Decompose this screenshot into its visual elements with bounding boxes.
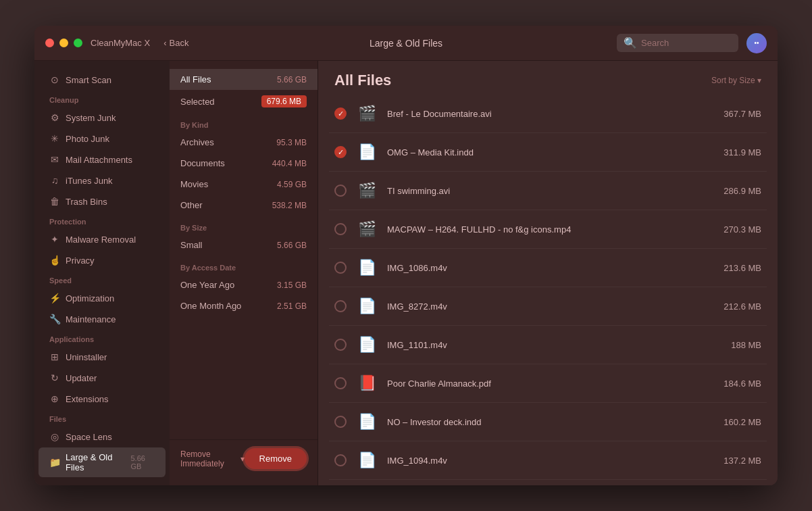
minimize-button[interactable] <box>59 39 68 47</box>
sidebar-label-maintenance: Maintenance <box>66 314 116 324</box>
filter-other[interactable]: Other 538.2 MB <box>170 195 318 216</box>
filter-movies[interactable]: Movies 4.59 GB <box>170 174 318 195</box>
remove-immediately-button[interactable]: Remove Immediately ▾ <box>180 449 245 468</box>
search-bar[interactable]: 🔍 <box>617 34 738 52</box>
file-size: 286.9 MB <box>707 186 761 196</box>
file-row[interactable]: 📄IMG_1101.m4v188 MB <box>329 326 767 364</box>
avatar-icon: •• <box>754 39 759 47</box>
close-button[interactable] <box>45 39 54 47</box>
sidebar-item-mail-attachments[interactable]: ✉ Mail Attachments <box>39 149 166 170</box>
small-size: 5.66 GB <box>277 241 307 250</box>
sidebar-item-large-old-files[interactable]: 📁 Large & Old Files 5.66 GB <box>39 447 166 477</box>
sidebar-item-malware-removal[interactable]: ✦ Malware Removal <box>39 229 166 249</box>
file-name: Bref - Le Documentaire.avi <box>387 109 699 119</box>
right-panel-title: All Files <box>334 72 391 89</box>
file-checkbox[interactable] <box>334 146 347 158</box>
filter-documents[interactable]: Documents 440.4 MB <box>170 153 318 174</box>
app-window: CleanMyMac X ‹ Back Large & Old Files 🔍 … <box>34 26 778 485</box>
file-checkbox[interactable] <box>334 377 347 389</box>
sidebar-label-smart-scan: Smart Scan <box>66 75 111 85</box>
other-label: Other <box>180 200 203 210</box>
sidebar: ⊙ Smart Scan Cleanup ⚙ System Junk ✳ Pho… <box>34 61 170 485</box>
file-type-icon: 📄 <box>355 294 379 318</box>
sidebar-item-optimization[interactable]: ⚡ Optimization <box>39 288 166 308</box>
file-size: 270.3 MB <box>707 224 761 235</box>
sidebar-item-space-lens[interactable]: ◎ Space Lens <box>39 427 166 447</box>
filter-one-month-ago[interactable]: One Month Ago 2.51 GB <box>170 295 318 316</box>
sidebar-item-trash-bins[interactable]: 🗑 Trash Bins <box>39 191 166 212</box>
file-type-icon: 📕 <box>355 371 379 395</box>
sidebar-item-shredder[interactable]: ⊠ Shredder <box>39 478 166 485</box>
maximize-button[interactable] <box>74 39 82 47</box>
sidebar-item-maintenance[interactable]: 🔧 Maintenance <box>39 309 166 329</box>
sidebar-item-photo-junk[interactable]: ✳ Photo Junk <box>39 128 166 149</box>
sort-by-size-button[interactable]: Sort by Size ▾ <box>711 76 761 85</box>
file-type-icon: 🎬 <box>355 217 379 241</box>
system-junk-icon: ⚙ <box>49 112 60 123</box>
avatar-button[interactable]: •• <box>746 33 767 53</box>
other-size: 538.2 MB <box>272 201 307 210</box>
search-input[interactable] <box>641 38 732 48</box>
file-checkbox[interactable] <box>334 185 347 197</box>
sidebar-item-system-junk[interactable]: ⚙ System Junk <box>39 107 166 128</box>
back-label: Back <box>169 38 188 48</box>
filter-one-year-ago[interactable]: One Year Ago 3.15 GB <box>170 274 318 295</box>
file-row[interactable]: 📄NO – Investor deck.indd160.2 MB <box>329 403 767 441</box>
file-row[interactable]: 📄OMG – Media Kit.indd311.9 MB <box>329 133 767 172</box>
file-size: 367.7 MB <box>707 109 761 119</box>
back-button[interactable]: ‹ Back <box>163 38 188 48</box>
file-checkbox[interactable] <box>334 339 347 351</box>
traffic-lights <box>45 39 82 47</box>
one-year-size: 3.15 GB <box>277 281 307 290</box>
one-month-label: One Month Ago <box>180 301 241 311</box>
file-checkbox[interactable] <box>334 300 347 312</box>
file-checkbox[interactable] <box>334 416 347 428</box>
back-arrow-icon: ‹ <box>163 38 166 48</box>
sidebar-label-extensions: Extensions <box>66 394 109 404</box>
archives-label: Archives <box>180 137 214 147</box>
by-kind-header: By Kind <box>170 113 318 132</box>
file-row[interactable]: 📕Poor Charlie Almanack.pdf184.6 MB <box>329 364 767 403</box>
search-icon: 🔍 <box>624 36 637 49</box>
file-row[interactable]: 🎬TI swimming.avi286.9 MB <box>329 172 767 210</box>
file-name: Poor Charlie Almanack.pdf <box>387 379 699 389</box>
file-checkbox[interactable] <box>334 262 347 274</box>
large-files-badge: 5.66 GB <box>130 454 155 470</box>
sidebar-item-extensions[interactable]: ⊕ Extensions <box>39 389 166 409</box>
file-row[interactable]: 🎬Bref - Le Documentaire.avi367.7 MB <box>329 95 767 133</box>
filter-small[interactable]: Small 5.66 GB <box>170 235 318 256</box>
remove-button[interactable]: Remove <box>245 448 307 469</box>
mail-icon: ✉ <box>49 154 60 165</box>
sidebar-item-itunes-junk[interactable]: ♫ iTunes Junk <box>39 170 166 191</box>
titlebar: CleanMyMac X ‹ Back Large & Old Files 🔍 … <box>34 26 778 61</box>
file-row[interactable]: 🎬MACPAW – H264. FULLHD - no f&g icons.mp… <box>329 210 767 249</box>
filter-archives[interactable]: Archives 95.3 MB <box>170 132 318 153</box>
movies-size: 4.59 GB <box>277 180 307 189</box>
sidebar-item-uninstaller[interactable]: ⊞ Uninstaller <box>39 347 166 367</box>
file-row[interactable]: 📄IMG_8272.m4v212.6 MB <box>329 287 767 326</box>
sidebar-item-smart-scan[interactable]: ⊙ Smart Scan <box>39 70 166 90</box>
file-checkbox[interactable] <box>334 454 347 466</box>
file-type-icon: 🎬 <box>355 101 379 126</box>
file-name: IMG_1094.m4v <box>387 456 699 466</box>
sidebar-section-files: Files <box>34 410 170 426</box>
sidebar-item-updater[interactable]: ↻ Updater <box>39 368 166 388</box>
sidebar-label-uninstaller: Uninstaller <box>66 352 107 362</box>
file-checkbox[interactable] <box>334 223 347 235</box>
sidebar-label-mail: Mail Attachments <box>66 155 132 165</box>
filter-all-files[interactable]: All Files 5.66 GB <box>170 69 318 90</box>
file-row[interactable]: 📄IMG_1094.m4v137.2 MB <box>329 441 767 480</box>
file-checkbox[interactable] <box>334 107 347 120</box>
sidebar-label-photo-junk: Photo Junk <box>66 134 109 144</box>
file-name: IMG_8272.m4v <box>387 301 699 312</box>
file-row[interactable]: 📄IMG_1086.m4v213.6 MB <box>329 249 767 287</box>
file-name: NO – Investor deck.indd <box>387 417 699 427</box>
sidebar-item-privacy[interactable]: ☝ Privacy <box>39 250 166 270</box>
file-name: OMG – Media Kit.indd <box>387 147 699 157</box>
file-type-icon: 📄 <box>355 256 379 280</box>
malware-icon: ✦ <box>49 234 60 245</box>
sidebar-label-privacy: Privacy <box>66 256 95 266</box>
main-content: ⊙ Smart Scan Cleanup ⚙ System Junk ✳ Pho… <box>34 61 778 485</box>
filter-selected[interactable]: Selected 679.6 MB <box>170 90 318 113</box>
uninstaller-icon: ⊞ <box>49 351 60 362</box>
